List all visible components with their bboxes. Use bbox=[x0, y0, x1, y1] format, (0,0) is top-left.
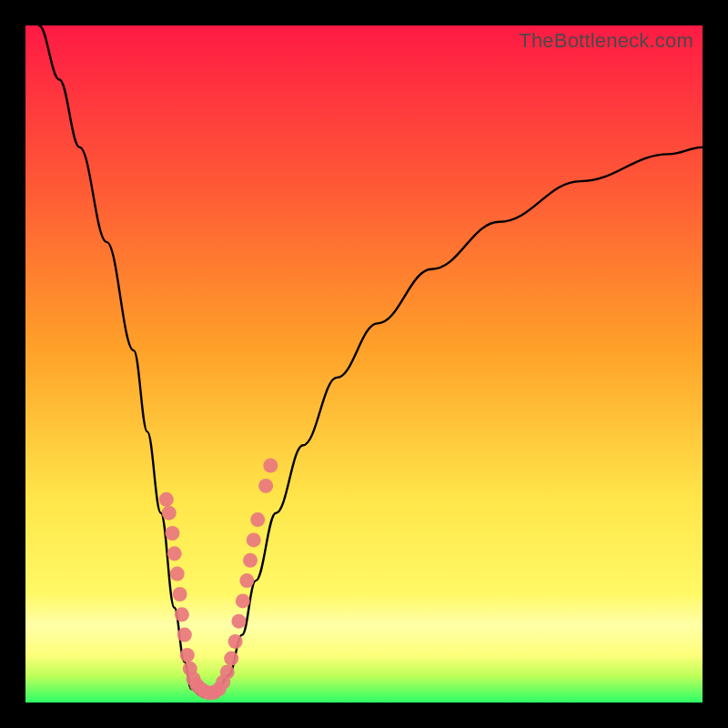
chart-frame: TheBottleneck.com bbox=[25, 25, 703, 703]
svg-point-4 bbox=[167, 546, 182, 561]
svg-point-3 bbox=[165, 526, 179, 541]
svg-point-26 bbox=[247, 532, 261, 547]
svg-point-8 bbox=[177, 628, 192, 642]
svg-point-7 bbox=[175, 607, 189, 622]
svg-point-23 bbox=[236, 593, 250, 608]
svg-point-21 bbox=[228, 634, 243, 649]
svg-point-6 bbox=[173, 587, 187, 602]
watermark-text: TheBottleneck.com bbox=[519, 29, 693, 53]
svg-point-24 bbox=[239, 573, 254, 588]
svg-point-28 bbox=[258, 479, 273, 493]
sample-dots bbox=[25, 25, 703, 703]
svg-point-1 bbox=[159, 492, 174, 507]
svg-point-22 bbox=[231, 614, 246, 629]
svg-point-20 bbox=[224, 652, 238, 666]
svg-point-19 bbox=[220, 665, 235, 680]
svg-point-25 bbox=[243, 553, 258, 568]
svg-point-2 bbox=[162, 506, 177, 521]
svg-point-27 bbox=[250, 512, 265, 527]
svg-point-29 bbox=[263, 459, 278, 473]
svg-point-5 bbox=[170, 567, 185, 581]
svg-point-9 bbox=[180, 648, 195, 662]
